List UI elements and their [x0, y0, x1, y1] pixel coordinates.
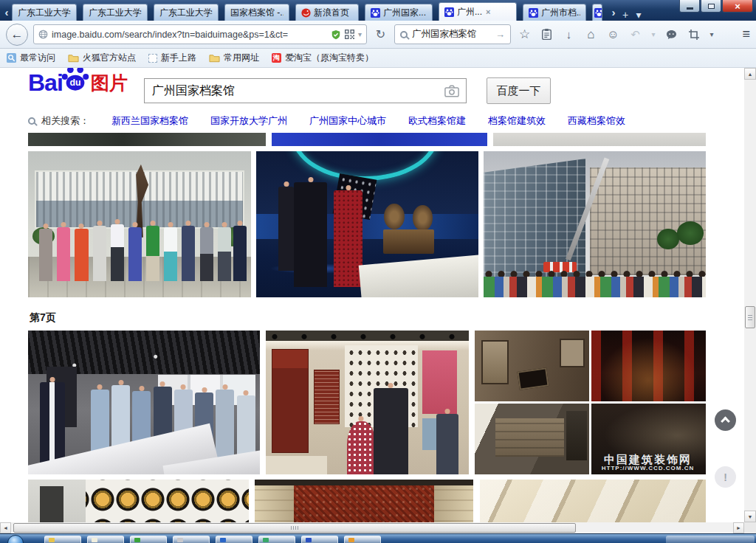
collage-red-pillar-hall — [591, 331, 706, 401]
tab-6-baidu[interactable]: 广州国家... — [365, 4, 433, 21]
close-button[interactable]: × — [722, 0, 753, 13]
tab-label: 广东工业大学... — [159, 7, 213, 19]
search-go-icon[interactable]: → — [495, 29, 505, 40]
windows-taskbar[interactable] — [0, 533, 756, 543]
back-to-top-button[interactable] — [715, 409, 736, 431]
tab-label: 国家档案馆 -... — [230, 7, 284, 19]
result-image-group-photo[interactable] — [28, 151, 251, 297]
result-image-ceiling-lights[interactable] — [480, 480, 706, 522]
horizontal-scroll-thumb[interactable] — [13, 523, 576, 533]
globe-icon — [38, 30, 48, 39]
vertical-scrollbar[interactable]: ▲ ▼ — [744, 68, 756, 522]
system-tray[interactable] — [666, 536, 755, 543]
scroll-down-button[interactable]: ▼ — [744, 511, 756, 522]
bookmark-folder-firefox[interactable]: 火狐官方站点 — [68, 52, 136, 64]
url-dropdown-icon[interactable]: ▾ — [358, 30, 362, 38]
minimize-button[interactable] — [679, 0, 700, 13]
related-link-4[interactable]: 欧式档案馆建 — [408, 114, 466, 128]
most-visited-icon — [7, 53, 16, 63]
app-icon — [306, 538, 312, 542]
restore-icon — [708, 4, 715, 9]
scroll-up-button[interactable]: ▲ — [744, 68, 756, 80]
bookmark-folder-common-sites[interactable]: 常用网址 — [209, 52, 259, 64]
feedback-button[interactable]: ! — [715, 466, 736, 488]
bookmark-getting-started[interactable]: 新手上路 — [148, 52, 196, 64]
menu-button[interactable]: ≡ — [742, 27, 750, 42]
related-link-2[interactable]: 国家开放大学广州 — [210, 114, 287, 128]
smiley-addon-button[interactable]: ☺ — [605, 28, 622, 41]
baidu-search-input[interactable]: 广州国家档案馆 — [144, 78, 467, 103]
undo-dropdown-icon[interactable]: ▾ — [649, 30, 658, 38]
chat-addon-button[interactable] — [663, 30, 680, 40]
result-image-partial-2[interactable] — [272, 133, 487, 146]
taskbar-button[interactable] — [344, 536, 381, 543]
baidu-image-logo[interactable]: Bai du 图片 — [28, 69, 128, 97]
bookmarks-panel-button[interactable] — [538, 29, 555, 40]
tab-close-icon[interactable]: × — [486, 7, 490, 16]
horizontal-scrollbar[interactable]: ◄ ► — [0, 522, 744, 533]
result-image-building-crane[interactable] — [484, 151, 706, 297]
qr-code-icon[interactable] — [345, 30, 354, 39]
result-image-exhibition-wall[interactable] — [266, 331, 469, 474]
tab-1[interactable]: 广东工业大学... — [12, 4, 77, 21]
scroll-left-button[interactable]: ◄ — [0, 522, 11, 533]
security-shield-icon[interactable] — [331, 30, 341, 40]
app-icon — [348, 538, 354, 542]
tab-7-active[interactable]: 广州... × — [439, 2, 517, 21]
related-link-3[interactable]: 广州国家中心城市 — [309, 114, 386, 128]
url-bar[interactable]: image.baidu.com/search/index?tn=baiduima… — [33, 24, 367, 44]
tab-scroll-right-button[interactable]: › — [608, 3, 619, 21]
undo-button[interactable]: ↶ — [627, 28, 644, 41]
bookmark-star-button[interactable]: ☆ — [516, 27, 533, 42]
related-link-6[interactable]: 西藏档案馆效 — [568, 114, 625, 128]
search-bar[interactable]: 广州国家档案馆 → — [394, 24, 511, 44]
taskbar-button[interactable] — [258, 536, 295, 543]
film-projector — [383, 204, 434, 253]
tab-4[interactable]: 国家档案馆 -... — [224, 4, 289, 21]
tab-3[interactable]: 广东工业大学... — [154, 4, 219, 21]
tab-8-baidu[interactable]: 广州市档... — [523, 4, 586, 21]
tab-2[interactable]: 广东工业大学... — [83, 4, 148, 21]
tab-5-sina[interactable]: 新浪首页 — [295, 4, 359, 21]
scroll-right-button[interactable]: ► — [733, 522, 744, 533]
baidu-submit-button[interactable]: 百度一下 — [487, 77, 551, 104]
url-text: image.baidu.com/search/index?tn=baiduima… — [52, 30, 327, 40]
result-image-gold-gallery[interactable] — [28, 480, 249, 522]
camera-icon[interactable] — [444, 85, 459, 97]
taskbar-button[interactable] — [130, 536, 167, 543]
screenshot-button[interactable] — [685, 30, 702, 40]
back-button[interactable]: ← — [6, 24, 28, 46]
taskbar-button[interactable] — [173, 536, 210, 543]
reload-button[interactable]: ↻ — [372, 27, 389, 41]
result-image-interior-collage[interactable]: 中国建筑装饰网 HTTP://WWW.CCD.COM.CN — [475, 331, 706, 474]
downloads-button[interactable]: ↓ — [560, 28, 577, 41]
start-button[interactable] — [7, 535, 24, 543]
home-button[interactable]: ⌂ — [583, 27, 599, 42]
result-image-carved-door[interactable] — [255, 480, 473, 522]
result-image-partial-3[interactable] — [493, 133, 706, 146]
vertical-scroll-thumb[interactable] — [745, 306, 755, 328]
result-image-queue-interior[interactable] — [28, 331, 260, 474]
svg-text:du: du — [69, 77, 80, 88]
taskbar-button[interactable] — [87, 536, 124, 543]
tab-scroll-left-button[interactable]: ‹ — [1, 3, 12, 21]
bookmark-most-visited[interactable]: 最常访问 — [7, 52, 55, 64]
screenshot-dropdown-icon[interactable]: ▾ — [707, 30, 716, 38]
ceiling-track — [266, 331, 469, 341]
taskbar-button[interactable] — [44, 536, 81, 543]
restore-button[interactable] — [701, 0, 721, 13]
top-band — [255, 480, 473, 485]
tab-label: 广州... — [457, 6, 482, 18]
person-figure — [39, 229, 52, 281]
tab-9-clipped[interactable] — [592, 4, 602, 21]
taskbar-button[interactable] — [216, 536, 252, 543]
related-link-5[interactable]: 档案馆建筑效 — [488, 114, 546, 128]
dark-panel — [566, 411, 587, 460]
new-tab-button[interactable]: + — [619, 9, 632, 21]
result-image-partial-1[interactable] — [28, 133, 266, 146]
tab-list-dropdown-button[interactable]: ▾ — [632, 9, 645, 21]
bookmark-aitaobao[interactable]: 淘 爱淘宝（原淘宝特卖） — [272, 52, 374, 64]
related-link-1[interactable]: 新西兰国家档案馆 — [111, 114, 188, 128]
taskbar-button[interactable] — [301, 536, 338, 543]
result-image-exhibit-blue[interactable] — [256, 151, 478, 297]
